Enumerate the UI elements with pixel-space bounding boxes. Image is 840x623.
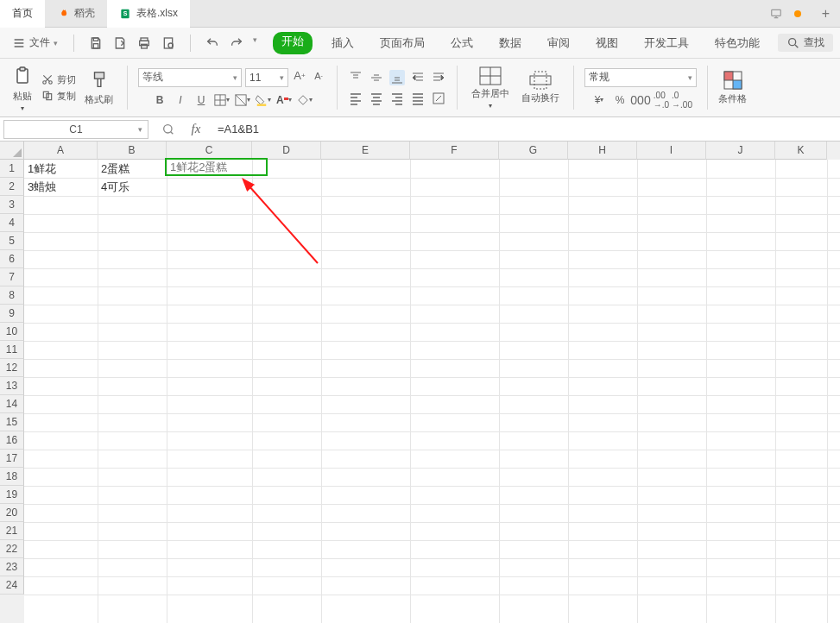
ribbon-tab-special[interactable]: 特色功能	[708, 32, 767, 54]
row-header[interactable]: 3	[0, 196, 24, 214]
orientation-icon[interactable]	[431, 91, 446, 106]
row-header[interactable]: 21	[0, 522, 24, 540]
fx-icon[interactable]: fx	[188, 122, 204, 137]
paste-button[interactable]: 粘贴▾	[9, 64, 36, 112]
column-headers[interactable]: ABCDEFGHIJK	[24, 142, 840, 160]
col-header[interactable]: G	[499, 142, 568, 160]
align-right-icon[interactable]	[389, 91, 405, 106]
align-middle-icon[interactable]	[369, 70, 384, 85]
currency-icon[interactable]: ¥▾	[591, 92, 607, 108]
new-tab-button[interactable]: +	[812, 6, 840, 22]
row-header[interactable]: 12	[0, 359, 24, 377]
col-header[interactable]: K	[775, 142, 827, 160]
cell-style-icon[interactable]: ▾	[235, 92, 250, 108]
borders-icon[interactable]: ▾	[214, 92, 230, 108]
row-header[interactable]: 4	[0, 214, 24, 232]
row-header[interactable]: 14	[0, 395, 24, 413]
row-header[interactable]: 17	[0, 450, 24, 468]
row-header[interactable]: 2	[0, 178, 24, 196]
formula-input[interactable]: =A1&B1	[212, 123, 840, 135]
chevron-down-icon[interactable]: ▾	[253, 35, 257, 51]
bold-icon[interactable]: B	[152, 92, 167, 108]
increase-decimal-icon[interactable]: .00→.0	[654, 92, 669, 108]
indent-increase-icon[interactable]	[431, 70, 446, 85]
align-bottom-icon[interactable]	[389, 70, 405, 85]
col-header[interactable]: B	[98, 142, 167, 160]
ribbon-tab-insert[interactable]: 插入	[325, 32, 361, 54]
row-header[interactable]: 22	[0, 540, 24, 558]
wrap-text-button[interactable]: 自动换行	[518, 71, 563, 104]
col-header[interactable]: I	[637, 142, 706, 160]
format-painter-button[interactable]: 格式刷	[81, 69, 117, 106]
shrink-font-icon[interactable]: A-	[311, 68, 326, 84]
print-icon[interactable]	[136, 35, 152, 51]
row-header[interactable]: 19	[0, 486, 24, 504]
row-header[interactable]: 8	[0, 286, 24, 305]
spreadsheet-grid[interactable]: ABCDEFGHIJK 1234567891011121314151617181…	[0, 142, 840, 623]
app-menu-button[interactable]: 文件 ▾	[7, 35, 63, 50]
fill-color-icon[interactable]: ▾	[256, 92, 271, 108]
row-header[interactable]: 1	[0, 160, 24, 178]
redo-icon[interactable]	[229, 35, 244, 51]
dot-icon[interactable]	[794, 10, 801, 17]
row-header[interactable]: 5	[0, 232, 24, 250]
number-format-combo[interactable]: 常规▾	[584, 68, 697, 87]
font-color-icon[interactable]: A▾	[276, 92, 292, 108]
row-header[interactable]: 24	[0, 576, 24, 595]
ribbon-tab-data[interactable]: 数据	[492, 32, 528, 54]
col-header[interactable]: E	[321, 142, 410, 160]
row-header[interactable]: 18	[0, 468, 24, 486]
row-header[interactable]: 11	[0, 341, 24, 359]
clear-format-icon[interactable]: ▾	[297, 92, 313, 108]
justify-icon[interactable]	[410, 91, 426, 106]
undo-icon[interactable]	[205, 35, 220, 51]
col-header[interactable]: H	[568, 142, 637, 160]
decrease-decimal-icon[interactable]: .0→.00	[674, 92, 690, 108]
cancel-formula-icon[interactable]	[161, 122, 176, 137]
cell[interactable]: 3蜡烛	[24, 178, 98, 196]
save-icon[interactable]	[88, 35, 104, 51]
cell[interactable]: 1鲜花	[24, 160, 98, 178]
select-all-corner[interactable]	[0, 142, 24, 160]
col-header[interactable]: F	[410, 142, 499, 160]
col-header[interactable]: A	[24, 142, 98, 160]
row-header[interactable]: 13	[0, 377, 24, 395]
name-box[interactable]: C1 ▾	[3, 120, 148, 139]
align-left-icon[interactable]	[348, 91, 363, 106]
row-header[interactable]: 20	[0, 504, 24, 522]
cell[interactable]: 2蛋糕	[98, 160, 167, 178]
cells-area[interactable]: 1鲜花2蛋糕3蜡烛4可乐 1鲜花2蛋糕	[24, 160, 840, 623]
row-header[interactable]: 23	[0, 558, 24, 576]
conditional-format-button[interactable]: 条件格	[715, 62, 750, 113]
grow-font-icon[interactable]: A+	[292, 68, 307, 84]
row-header[interactable]: 16	[0, 431, 24, 450]
ribbon-tab-start[interactable]: 开始	[273, 32, 313, 54]
underline-icon[interactable]: U	[193, 92, 209, 108]
merge-center-button[interactable]: 合并居中▾	[468, 66, 513, 110]
col-header[interactable]: J	[706, 142, 775, 160]
italic-icon[interactable]: I	[173, 92, 188, 108]
copy-button[interactable]: 复制	[41, 90, 76, 103]
ribbon-tab-formula[interactable]: 公式	[444, 32, 480, 54]
search-button[interactable]: 查找	[778, 34, 833, 52]
row-header[interactable]: 6	[0, 250, 24, 268]
percent-icon[interactable]: %	[612, 92, 628, 108]
tab-daoke[interactable]: 稻壳	[45, 0, 107, 28]
screen-icon[interactable]	[770, 8, 782, 20]
col-header[interactable]: C	[167, 142, 252, 160]
ribbon-tab-dev[interactable]: 开发工具	[637, 32, 696, 54]
ribbon-tab-review[interactable]: 审阅	[540, 32, 577, 54]
ribbon-tab-view[interactable]: 视图	[589, 32, 625, 54]
row-header[interactable]: 9	[0, 305, 24, 323]
comma-icon[interactable]: 000	[633, 92, 648, 108]
align-top-icon[interactable]	[348, 70, 363, 85]
ribbon-tab-pagelayout[interactable]: 页面布局	[373, 32, 432, 54]
tab-home[interactable]: 首页	[0, 0, 45, 28]
indent-decrease-icon[interactable]	[410, 70, 426, 85]
font-size-combo[interactable]: 11▾	[245, 68, 288, 87]
row-header[interactable]: 10	[0, 323, 24, 341]
row-header[interactable]: 7	[0, 268, 24, 286]
row-header[interactable]: 15	[0, 413, 24, 431]
col-header[interactable]: D	[252, 142, 321, 160]
active-cell[interactable]: 1鲜花2蛋糕	[165, 158, 268, 176]
